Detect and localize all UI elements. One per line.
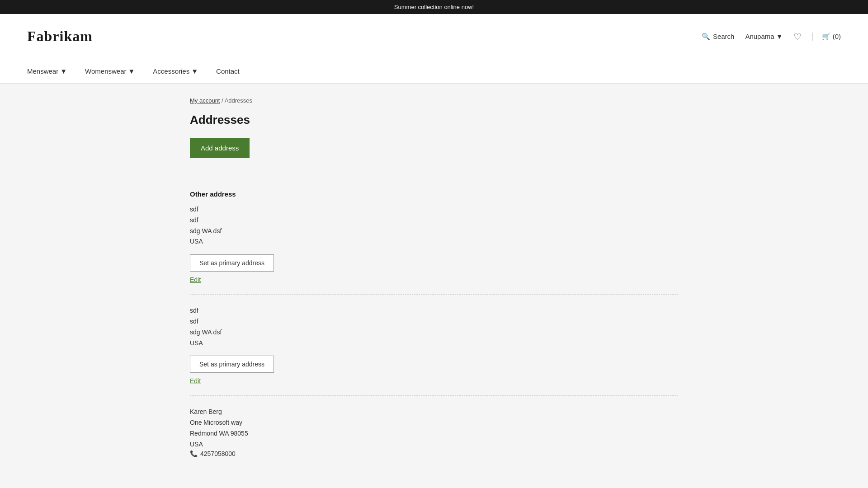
add-address-button[interactable]: Add address [190, 138, 250, 158]
chevron-down-icon: ▼ [191, 67, 198, 75]
address-line-3: sdg WA dsf [190, 327, 678, 338]
address-line-2: sdf [190, 215, 678, 226]
address-city-state: Redmond WA 98055 [190, 428, 678, 439]
edit-address-link-2[interactable]: Edit [190, 377, 201, 385]
nav-item-menswear[interactable]: Menswear ▼ [27, 59, 67, 83]
address-line-1: sdf [190, 204, 678, 215]
breadcrumb-account-link[interactable]: My account [190, 97, 220, 104]
search-button[interactable]: 🔍 Search [702, 33, 735, 41]
set-primary-address-button-2[interactable]: Set as primary address [190, 356, 274, 373]
address-lines: Karen Berg One Microsoft way Redmond WA … [190, 407, 678, 457]
address-lines: sdf sdf sdg WA dsf USA [190, 305, 678, 348]
address-name: Karen Berg [190, 407, 678, 418]
section-divider [190, 181, 678, 181]
address-item: sdf sdf sdg WA dsf USA Set as primary ad… [190, 204, 678, 283]
nav-label-menswear: Menswear [27, 67, 58, 75]
nav-label-contact: Contact [216, 67, 240, 75]
address-line-2: sdf [190, 316, 678, 327]
header: Fabrikam 🔍 Search Anupama ▼ ♡ 🛒 (0) [0, 14, 868, 59]
nav-item-contact[interactable]: Contact [216, 59, 240, 83]
chevron-down-icon: ▼ [128, 67, 135, 75]
logo[interactable]: Fabrikam [27, 28, 93, 45]
search-label: Search [713, 33, 735, 40]
user-name: Anupama [745, 33, 774, 40]
user-menu[interactable]: Anupama ▼ [745, 33, 783, 40]
chevron-down-icon: ▼ [60, 67, 67, 75]
top-bar: Summer collection online now! [0, 0, 868, 14]
address-divider [190, 294, 678, 295]
set-primary-address-button[interactable]: Set as primary address [190, 254, 274, 272]
phone-icon: 📞 [190, 450, 198, 457]
address-item-karen: Karen Berg One Microsoft way Redmond WA … [190, 407, 678, 457]
chevron-down-icon: ▼ [776, 33, 783, 40]
nav-label-womenswear: Womenswear [85, 67, 126, 75]
cart-button[interactable]: 🛒 (0) [812, 33, 841, 41]
address-item: sdf sdf sdg WA dsf USA Set as primary ad… [190, 305, 678, 385]
address-country: USA [190, 439, 678, 450]
header-right: 🔍 Search Anupama ▼ ♡ 🛒 (0) [702, 31, 841, 42]
address-line-1: sdf [190, 305, 678, 316]
nav-label-accessories: Accessories [153, 67, 189, 75]
breadcrumb: My account / Addresses [190, 97, 678, 104]
address-divider-2 [190, 395, 678, 396]
cart-count: (0) [833, 33, 841, 40]
address-street: One Microsoft way [190, 418, 678, 428]
edit-address-link[interactable]: Edit [190, 276, 201, 283]
nav-item-accessories[interactable]: Accessories ▼ [153, 59, 198, 83]
other-address-section-title: Other address [190, 190, 678, 198]
address-line-4: USA [190, 338, 678, 349]
page-title: Addresses [190, 113, 678, 127]
search-icon: 🔍 [702, 33, 710, 41]
breadcrumb-current: Addresses [225, 97, 252, 104]
address-phone: 📞 4257058000 [190, 450, 678, 457]
promo-message: Summer collection online now! [394, 4, 474, 10]
main-content: My account / Addresses Addresses Add add… [163, 84, 705, 488]
address-line-4: USA [190, 236, 678, 247]
address-lines: sdf sdf sdg WA dsf USA [190, 204, 678, 247]
wishlist-button[interactable]: ♡ [793, 31, 802, 42]
nav-item-womenswear[interactable]: Womenswear ▼ [85, 59, 135, 83]
phone-number: 4257058000 [200, 450, 236, 457]
main-nav: Menswear ▼ Womenswear ▼ Accessories ▼ Co… [0, 59, 868, 84]
address-line-3: sdg WA dsf [190, 226, 678, 237]
